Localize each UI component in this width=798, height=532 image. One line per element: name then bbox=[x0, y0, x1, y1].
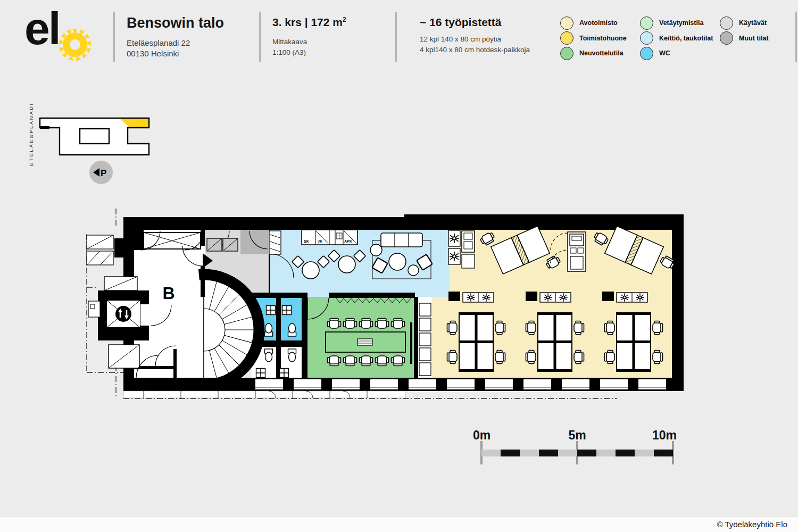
locker-boxes bbox=[419, 303, 431, 376]
scale-5m: 5m bbox=[568, 428, 586, 442]
elevator-arrows-icon bbox=[115, 306, 131, 322]
boundary-plants bbox=[448, 230, 475, 268]
room-meeting bbox=[306, 297, 415, 379]
plant-box bbox=[540, 293, 571, 302]
compass-letter: P bbox=[101, 168, 106, 178]
scale-bar: 0m 5m 10m bbox=[473, 428, 677, 464]
floor-plan-drawing: SK JK APK bbox=[87, 209, 684, 398]
kitchen-counter: SK JK APK bbox=[302, 230, 358, 245]
locator-map: ETELÄESPLANADI P bbox=[28, 102, 149, 184]
stairwell-label: B bbox=[162, 284, 174, 303]
footer-bar: © Työeläkeyhtiö Elo bbox=[0, 516, 798, 532]
kitchen-unit-label: SK bbox=[304, 239, 309, 243]
sofa bbox=[381, 233, 422, 247]
exterior-ledge bbox=[123, 391, 405, 398]
scale-10m: 10m bbox=[652, 428, 677, 442]
copyright-text: © Työeläkeyhtiö Elo bbox=[717, 520, 787, 529]
room-storage bbox=[240, 230, 268, 254]
kitchen-unit-label: APK bbox=[344, 239, 352, 243]
street-label: ETELÄESPLANADI bbox=[28, 102, 34, 166]
scale-0m: 0m bbox=[473, 428, 491, 442]
floorplan-page: el Bensowin talo Eteläe bbox=[0, 0, 798, 532]
locator-courtyard bbox=[80, 129, 109, 144]
plant-box bbox=[463, 293, 494, 302]
compass-icon: P bbox=[89, 161, 113, 184]
kitchen-unit-label: JK bbox=[318, 239, 322, 243]
floor-plan: ETELÄESPLANADI P bbox=[0, 0, 798, 532]
projection-screen bbox=[410, 322, 412, 364]
locator-step bbox=[40, 126, 49, 129]
coffee-table bbox=[389, 253, 406, 270]
plant-box bbox=[617, 293, 647, 302]
window-band bbox=[255, 379, 666, 389]
